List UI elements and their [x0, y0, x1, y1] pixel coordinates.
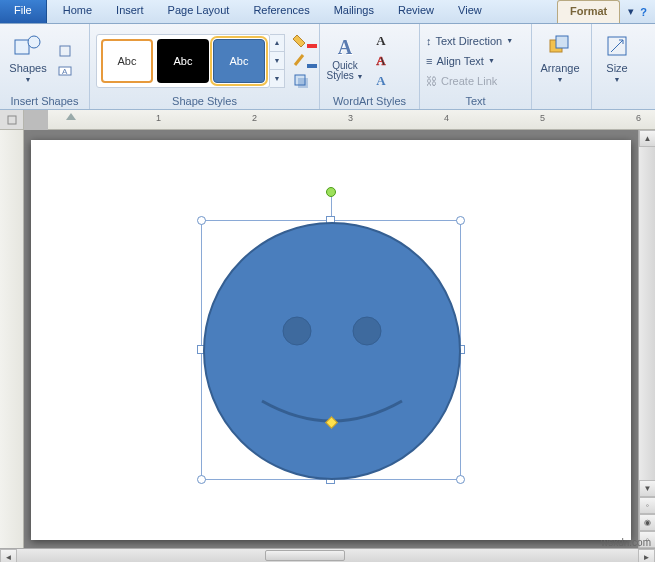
- text-direction-icon: ↕: [426, 35, 432, 47]
- text-direction-button[interactable]: ↕Text Direction▼: [426, 32, 513, 50]
- style-swatch-2[interactable]: Abc: [157, 39, 209, 83]
- shapes-button[interactable]: Shapes ▼: [6, 28, 50, 94]
- group-arrange: [538, 95, 585, 108]
- create-link-button: ⛓Create Link: [426, 72, 513, 90]
- tab-view[interactable]: View: [446, 0, 494, 23]
- arrange-icon: [546, 32, 574, 60]
- group-size: [598, 95, 636, 108]
- svg-rect-6: [307, 64, 317, 68]
- align-text-button[interactable]: ≡Align Text▼: [426, 52, 513, 70]
- tab-insert[interactable]: Insert: [104, 0, 156, 23]
- chevron-down-icon: ▼: [25, 76, 32, 83]
- gallery-down-icon[interactable]: ▼: [270, 52, 284, 70]
- text-effects-button[interactable]: A: [370, 72, 400, 90]
- page: [31, 140, 631, 540]
- shapes-icon: [14, 32, 42, 60]
- svg-rect-0: [15, 40, 29, 54]
- svg-rect-5: [307, 44, 317, 48]
- shape-effects-button[interactable]: [293, 72, 323, 90]
- svg-point-15: [353, 317, 381, 345]
- shape-outline-button[interactable]: [293, 52, 323, 70]
- scroll-up-icon[interactable]: ▲: [639, 130, 655, 147]
- watermark: wsxdn.com: [601, 537, 651, 548]
- size-button[interactable]: Size ▼: [598, 28, 636, 94]
- hscroll-thumb[interactable]: [265, 550, 345, 561]
- svg-rect-12: [8, 116, 16, 124]
- svg-point-13: [204, 223, 460, 479]
- tab-references[interactable]: References: [241, 0, 321, 23]
- style-swatch-3-selected[interactable]: Abc: [213, 39, 265, 83]
- group-wordart: WordArt Styles: [326, 95, 413, 108]
- svg-point-14: [283, 317, 311, 345]
- ruler-corner[interactable]: [0, 110, 24, 130]
- svg-rect-2: [60, 46, 70, 56]
- svg-point-1: [28, 36, 40, 48]
- group-insert-shapes: Insert Shapes: [6, 95, 83, 108]
- vertical-scrollbar[interactable]: ▲ ▼ ◦ ◉ ◦: [638, 130, 655, 548]
- vertical-ruler[interactable]: [0, 130, 24, 548]
- svg-text:A: A: [62, 67, 68, 76]
- text-fill-button[interactable]: A: [370, 32, 400, 50]
- group-shape-styles: Shape Styles: [96, 95, 313, 108]
- scroll-left-icon[interactable]: ◄: [0, 549, 17, 562]
- arrange-button[interactable]: Arrange ▼: [538, 28, 582, 94]
- scroll-down-icon[interactable]: ▼: [639, 480, 655, 497]
- smiley-shape[interactable]: [202, 221, 462, 481]
- shapes-label: Shapes: [9, 62, 46, 74]
- document-area[interactable]: [24, 130, 638, 548]
- gallery-more-icon[interactable]: ▼: [270, 70, 284, 87]
- tab-file[interactable]: File: [0, 0, 47, 23]
- ribbon: Shapes ▼ A Insert Shapes Abc Abc Abc ▲ ▼: [0, 24, 655, 110]
- ribbon-tabs: File Home Insert Page Layout References …: [0, 0, 655, 24]
- gallery-up-icon[interactable]: ▲: [270, 35, 284, 53]
- text-outline-button[interactable]: A: [370, 52, 400, 70]
- scroll-right-icon[interactable]: ►: [638, 549, 655, 562]
- svg-rect-8: [298, 78, 308, 88]
- prev-page-icon[interactable]: ◦: [639, 497, 655, 514]
- text-box-button[interactable]: A: [56, 62, 74, 80]
- size-icon: [603, 32, 631, 60]
- quick-styles-button[interactable]: A QuickStyles ▼: [326, 32, 364, 84]
- browse-object-icon[interactable]: ◉: [639, 514, 655, 531]
- tab-mailings[interactable]: Mailings: [322, 0, 386, 23]
- help-icon[interactable]: ?: [640, 6, 647, 18]
- minimize-ribbon-icon[interactable]: ▾: [628, 5, 634, 18]
- link-icon: ⛓: [426, 75, 437, 87]
- wordart-A-icon: A: [334, 36, 356, 59]
- style-swatch-1[interactable]: Abc: [101, 39, 153, 83]
- shape-fill-button[interactable]: [293, 32, 323, 50]
- tab-review[interactable]: Review: [386, 0, 446, 23]
- edit-shape-button[interactable]: [56, 42, 74, 60]
- size-label: Size: [606, 62, 627, 74]
- shape-style-gallery[interactable]: Abc Abc Abc: [96, 34, 270, 88]
- group-text: Text: [426, 95, 525, 108]
- rotate-handle[interactable]: [326, 187, 336, 197]
- arrange-label: Arrange: [540, 62, 579, 74]
- horizontal-scrollbar[interactable]: ◄ ►: [0, 548, 655, 562]
- tab-format[interactable]: Format: [557, 0, 620, 23]
- quick-label: QuickStyles ▼: [327, 61, 364, 82]
- tab-home[interactable]: Home: [51, 0, 104, 23]
- svg-rect-10: [556, 36, 568, 48]
- align-text-icon: ≡: [426, 55, 432, 67]
- horizontal-ruler[interactable]: 1 2 3 4 5 6: [48, 110, 655, 130]
- selection-box[interactable]: [201, 220, 461, 480]
- tab-page-layout[interactable]: Page Layout: [156, 0, 242, 23]
